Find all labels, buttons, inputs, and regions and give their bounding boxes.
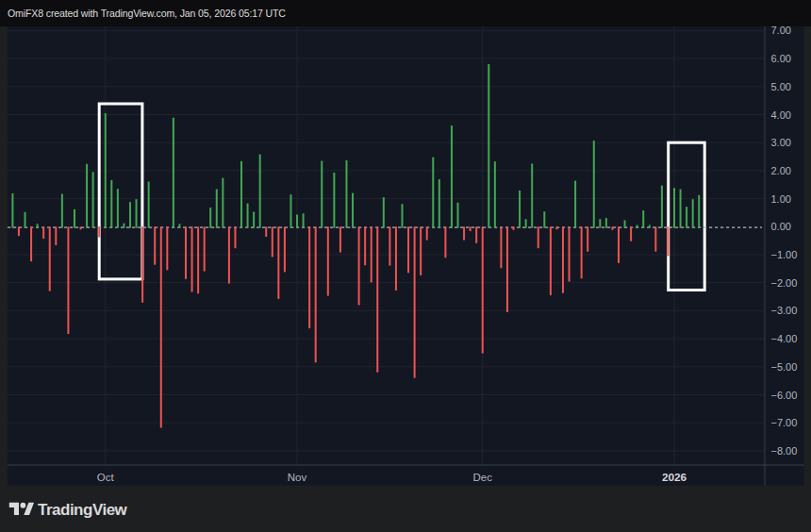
- svg-text:OmiFX8 created with TradingVie: OmiFX8 created with TradingView.com, Jan…: [8, 8, 286, 19]
- svg-text:−8.00: −8.00: [771, 445, 798, 457]
- svg-text:−7.00: −7.00: [771, 417, 798, 428]
- svg-text:−4.00: −4.00: [771, 333, 798, 344]
- svg-text:7.00: 7.00: [771, 25, 791, 36]
- svg-text:−5.00: −5.00: [771, 361, 798, 373]
- svg-text:Oct: Oct: [97, 472, 115, 483]
- svg-text:−6.00: −6.00: [771, 390, 798, 401]
- svg-text:0.00: 0.00: [771, 221, 791, 232]
- svg-text:−3.00: −3.00: [771, 305, 798, 316]
- svg-text:6.00: 6.00: [771, 53, 791, 64]
- svg-text:4.00: 4.00: [771, 109, 791, 121]
- svg-text:5.00: 5.00: [771, 81, 791, 92]
- svg-text:2026: 2026: [662, 471, 687, 484]
- svg-text:1.00: 1.00: [771, 193, 791, 205]
- svg-text:−2.00: −2.00: [771, 277, 798, 289]
- svg-text:Dec: Dec: [472, 472, 492, 483]
- svg-text:3.00: 3.00: [771, 137, 791, 148]
- svg-text:TradingView: TradingView: [38, 501, 128, 519]
- svg-text:Nov: Nov: [288, 472, 307, 483]
- svg-text:−1.00: −1.00: [771, 249, 798, 260]
- svg-text:2.00: 2.00: [771, 165, 791, 176]
